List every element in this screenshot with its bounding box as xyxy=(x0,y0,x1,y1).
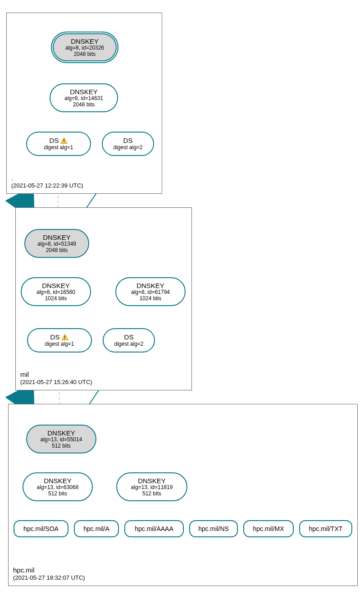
node-root-ksk: DNSKEY alg=8, id=20326 2048 bits xyxy=(51,32,118,63)
node-mil-ds2-title: DS xyxy=(124,333,134,341)
node-hpc-k3: DNSKEY alg=13, id=11819 512 bits xyxy=(116,472,187,501)
node-mil-ds1-line2: digest alg=1 xyxy=(45,341,74,348)
node-hpc-ksk: DNSKEY alg=13, id=55014 512 bits xyxy=(26,425,96,453)
node-root-ds1-line2: digest alg=1 xyxy=(44,145,73,151)
node-hpc-k3-title: DNSKEY xyxy=(138,477,166,485)
node-mil-ksk-line2: alg=8, id=51349 xyxy=(37,241,76,247)
node-mil-zsk1-line3: 1024 bits xyxy=(45,296,67,302)
node-hpc-ksk-title: DNSKEY xyxy=(47,429,75,437)
node-root-ds2-title: DS xyxy=(123,137,133,144)
node-root-zsk: DNSKEY alg=8, id=14631 2048 bits xyxy=(50,83,118,112)
node-root-ksk-title: DNSKEY xyxy=(71,37,99,45)
svg-rect-1 xyxy=(64,142,65,143)
node-mil-ksk: DNSKEY alg=8, id=51349 2048 bits xyxy=(24,229,89,258)
node-mil-zsk2-title: DNSKEY xyxy=(136,282,164,289)
zone-root-timestamp: (2021-05-27 12:22:39 UTC) xyxy=(11,182,83,190)
leaf-soa: hpc.mil/SOA xyxy=(14,520,68,537)
zone-hpc-timestamp: (2021-05-27 18:32:07 UTC) xyxy=(13,574,85,582)
zone-root-label: . (2021-05-27 12:22:39 UTC) xyxy=(11,174,83,190)
node-mil-zsk2-line2: alg=8, id=61794 xyxy=(131,289,170,296)
node-mil-zsk2-line3: 1024 bits xyxy=(140,296,162,302)
node-hpc-k2-line2: alg=13, id=63068 xyxy=(37,485,79,491)
node-hpc-k3-line3: 512 bits xyxy=(142,491,161,497)
zone-mil-timestamp: (2021-05-27 15:26:40 UTC) xyxy=(20,379,92,386)
node-hpc-ksk-line3: 512 bits xyxy=(52,443,71,449)
warning-icon xyxy=(60,137,68,144)
leaf-a: hpc.mil/A xyxy=(74,520,119,537)
zone-hpc-name: hpc.mil xyxy=(13,566,85,575)
zone-hpc-label: hpc.mil (2021-05-27 18:32:07 UTC) xyxy=(13,566,85,582)
node-mil-ksk-title: DNSKEY xyxy=(43,233,71,241)
leaf-ns: hpc.mil/NS xyxy=(189,520,238,537)
node-root-ksk-line3: 2048 bits xyxy=(74,51,96,58)
node-mil-ds2-line2: digest alg=2 xyxy=(114,341,143,348)
warning-icon xyxy=(61,334,68,340)
node-mil-ds1: DS digest alg=1 xyxy=(27,328,92,352)
svg-rect-2 xyxy=(65,336,66,338)
node-hpc-k2: DNSKEY alg=13, id=63068 512 bits xyxy=(23,472,93,501)
node-root-zsk-title: DNSKEY xyxy=(70,88,98,96)
leaf-mx: hpc.mil/MX xyxy=(243,520,294,537)
node-root-ds2: DS digest alg=2 xyxy=(102,132,154,156)
node-mil-zsk2: DNSKEY alg=8, id=61794 1024 bits xyxy=(115,277,186,306)
zone-mil-label: mil (2021-05-27 15:26:40 UTC) xyxy=(20,370,92,386)
node-mil-zsk1-title: DNSKEY xyxy=(42,282,70,289)
leaf-aaaa: hpc.mil/AAAA xyxy=(124,520,184,537)
node-mil-ds1-title: DS xyxy=(50,333,60,341)
node-mil-ksk-line3: 2048 bits xyxy=(46,247,68,254)
svg-rect-3 xyxy=(65,339,66,339)
node-mil-zsk1: DNSKEY alg=8, id=16560 1024 bits xyxy=(21,277,91,306)
node-hpc-ksk-line2: alg=13, id=55014 xyxy=(41,437,82,443)
leaf-txt: hpc.mil/TXT xyxy=(299,520,352,537)
node-root-zsk-line3: 2048 bits xyxy=(73,102,95,108)
zone-mil-name: mil xyxy=(20,370,92,379)
node-hpc-k2-title: DNSKEY xyxy=(44,477,72,485)
zone-root-name: . xyxy=(11,174,83,183)
node-hpc-k2-line3: 512 bits xyxy=(48,491,67,497)
node-mil-ds2: DS digest alg=2 xyxy=(103,328,155,352)
node-root-ksk-line2: alg=8, id=20326 xyxy=(65,45,104,51)
node-root-zsk-line2: alg=8, id=14631 xyxy=(64,96,103,102)
node-root-ds1: DS digest alg=1 xyxy=(26,132,91,156)
node-hpc-k3-line2: alg=13, id=11819 xyxy=(131,485,173,491)
node-root-ds1-title: DS xyxy=(50,137,59,144)
node-mil-zsk1-line2: alg=8, id=16560 xyxy=(36,289,75,296)
svg-rect-0 xyxy=(64,139,65,142)
node-root-ds2-line2: digest alg=2 xyxy=(113,145,142,151)
